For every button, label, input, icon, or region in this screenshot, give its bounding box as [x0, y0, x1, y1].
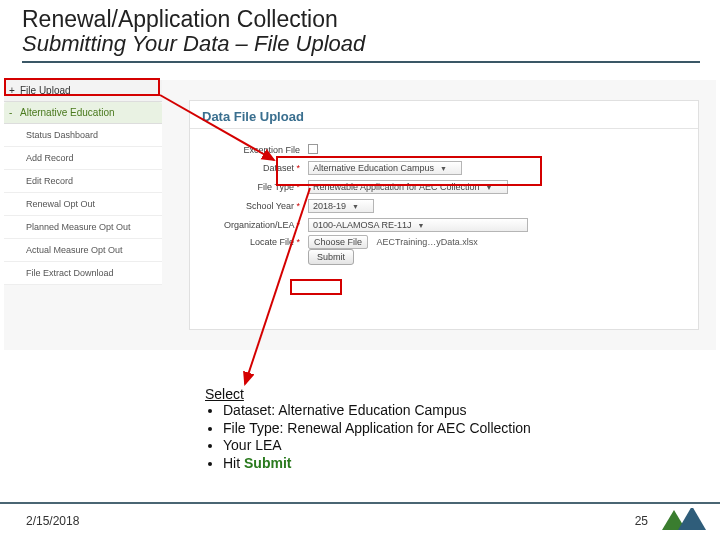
- label-school-year: School Year *: [212, 201, 308, 211]
- instruction-item: Your LEA: [223, 437, 531, 455]
- organization-lea-select[interactable]: 0100-ALAMOSA RE-11J: [308, 218, 528, 232]
- svg-marker-4: [688, 504, 694, 508]
- title-rule: [22, 61, 700, 63]
- label-organization-lea: Organization/LEA *: [212, 220, 308, 230]
- sidebar-sub-file-extract-download[interactable]: File Extract Download: [4, 262, 162, 285]
- footer-page-number: 25: [635, 514, 648, 528]
- upload-panel: Data File Upload Exception File Dataset …: [189, 100, 699, 330]
- instruction-item: Hit Submit: [223, 455, 531, 473]
- choose-file-button[interactable]: Choose File: [308, 235, 368, 249]
- label-locate-file: Locate File *: [212, 237, 308, 247]
- panel-body: Exception File Dataset * Alternative Edu…: [190, 129, 698, 277]
- footer-date: 2/15/2018: [26, 514, 79, 528]
- colorado-logo-icon: [658, 502, 708, 534]
- title-main: Renewal/Application Collection: [22, 6, 700, 33]
- sidebar: File Upload Alternative Education Status…: [4, 80, 162, 285]
- submit-button[interactable]: Submit: [308, 249, 354, 265]
- title-block: Renewal/Application Collection Submittin…: [22, 6, 700, 63]
- label-exception-file: Exception File: [212, 145, 308, 155]
- instruction-item: Dataset: Alternative Education Campus: [223, 402, 531, 420]
- sidebar-sub-status-dashboard[interactable]: Status Dashboard: [4, 124, 162, 147]
- app-screenshot: File Upload Alternative Education Status…: [4, 80, 716, 350]
- sidebar-item-file-upload[interactable]: File Upload: [4, 80, 162, 102]
- sidebar-sub-planned-measure-opt-out[interactable]: Planned Measure Opt Out: [4, 216, 162, 239]
- sidebar-sub-add-record[interactable]: Add Record: [4, 147, 162, 170]
- footer-divider: [0, 502, 720, 504]
- instructions-block: Select Dataset: Alternative Education Ca…: [205, 386, 531, 472]
- panel-title: Data File Upload: [190, 101, 698, 129]
- chosen-filename: AECTraining…yData.xlsx: [377, 237, 478, 247]
- instructions-list: Dataset: Alternative Education Campus Fi…: [223, 402, 531, 472]
- exception-file-checkbox[interactable]: [308, 144, 318, 154]
- file-type-select[interactable]: Renewable Application for AEC Collection: [308, 180, 508, 194]
- instruction-item: File Type: Renewal Application for AEC C…: [223, 420, 531, 438]
- label-dataset: Dataset *: [212, 163, 308, 173]
- submit-word: Submit: [244, 455, 291, 471]
- sidebar-sub-renewal-opt-out[interactable]: Renewal Opt Out: [4, 193, 162, 216]
- sidebar-sub-edit-record[interactable]: Edit Record: [4, 170, 162, 193]
- svg-marker-3: [678, 506, 706, 530]
- sidebar-item-alternative-education[interactable]: Alternative Education: [4, 102, 162, 124]
- dataset-select[interactable]: Alternative Education Campus: [308, 161, 462, 175]
- sidebar-sub-actual-measure-opt-out[interactable]: Actual Measure Opt Out: [4, 239, 162, 262]
- label-file-type: File Type *: [212, 182, 308, 192]
- title-sub: Submitting Your Data – File Upload: [22, 31, 700, 57]
- instructions-heading: Select: [205, 386, 531, 402]
- school-year-select[interactable]: 2018-19: [308, 199, 374, 213]
